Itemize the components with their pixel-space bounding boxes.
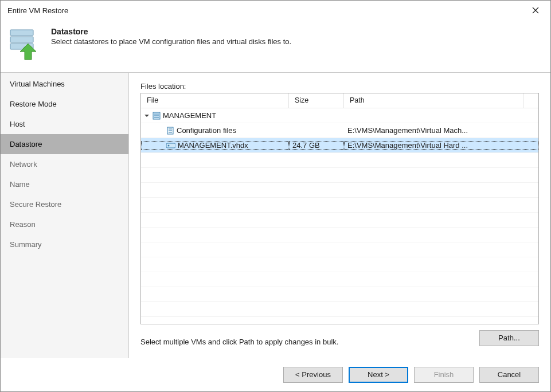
empty-row <box>141 302 538 317</box>
wizard-footer: < Previous Next > Finish Cancel <box>1 358 550 391</box>
step-restore-mode[interactable]: Restore Mode <box>1 94 128 114</box>
main-panel: Files location: File Size Path <box>129 73 550 358</box>
step-virtual-machines[interactable]: Virtual Machines <box>1 74 128 94</box>
finish-button: Finish <box>414 367 474 383</box>
svg-rect-13 <box>166 143 175 148</box>
wizard-window: Entire VM Restore Datastore Select datas… <box>0 0 551 392</box>
cell-file: MANAGEMENT <box>163 111 216 120</box>
column-header-file[interactable]: File <box>141 93 289 108</box>
step-secure-restore[interactable]: Secure Restore <box>1 194 128 214</box>
step-label: Network <box>10 160 37 168</box>
empty-row <box>141 228 538 242</box>
step-datastore[interactable]: Datastore <box>1 134 128 154</box>
empty-row <box>141 287 538 302</box>
wizard-steps: Virtual Machines Restore Mode Host Datas… <box>1 73 129 358</box>
svg-point-14 <box>168 144 170 146</box>
config-icon <box>166 127 174 135</box>
window-title: Entire VM Restore <box>7 6 68 15</box>
table-row[interactable]: MANAGEMENT <box>141 108 538 123</box>
datastore-restore-icon <box>7 29 43 61</box>
cell-size: 24.7 GB <box>289 141 344 150</box>
wizard-body: Virtual Machines Restore Mode Host Datas… <box>1 72 550 358</box>
close-button[interactable] <box>523 2 548 19</box>
table-row[interactable]: Configuration files E:\VMS\Management\Vi… <box>141 123 538 138</box>
grid-header: File Size Path <box>141 93 538 108</box>
expand-toggle[interactable] <box>143 112 150 119</box>
title-bar: Entire VM Restore <box>1 1 550 20</box>
close-icon <box>532 7 539 14</box>
empty-row <box>141 242 538 257</box>
step-label: Datastore <box>10 140 42 148</box>
empty-row <box>141 183 538 198</box>
step-label: Secure Restore <box>10 200 61 209</box>
empty-row <box>141 153 538 168</box>
cell-file: MANAGEMENT.vhdx <box>178 141 248 150</box>
chevron-down-icon <box>144 113 150 119</box>
step-label: Restore Mode <box>10 100 57 108</box>
page-subtitle: Select datastores to place VM configurat… <box>51 37 291 46</box>
cell-path: E:\VMS\Management\Virtual Mach... <box>344 126 538 135</box>
table-row[interactable]: MANAGEMENT.vhdx 24.7 GB E:\VMS\Managemen… <box>141 138 538 153</box>
next-button[interactable]: Next > <box>349 367 408 383</box>
empty-row <box>141 198 538 213</box>
cancel-button[interactable]: Cancel <box>479 367 539 383</box>
bulk-hint: Select multiple VMs and click Path to ap… <box>140 338 338 346</box>
step-label: Summary <box>10 240 42 249</box>
step-label: Reason <box>10 220 36 229</box>
empty-row <box>141 213 538 228</box>
step-label: Host <box>10 120 25 128</box>
column-header-path[interactable]: Path <box>344 93 523 108</box>
step-name[interactable]: Name <box>1 174 128 194</box>
cell-file: Configuration files <box>177 126 236 135</box>
empty-row <box>141 272 538 287</box>
svg-rect-2 <box>10 30 33 36</box>
wizard-header: Datastore Select datastores to place VM … <box>1 20 550 72</box>
files-grid[interactable]: File Size Path <box>140 93 539 324</box>
step-label: Name <box>10 180 30 189</box>
files-location-label: Files location: <box>140 82 539 91</box>
step-host[interactable]: Host <box>1 114 128 134</box>
page-title: Datastore <box>51 27 291 36</box>
svg-rect-3 <box>10 37 33 42</box>
vm-icon <box>153 112 161 120</box>
disk-icon <box>166 142 175 149</box>
column-header-spacer <box>523 93 538 108</box>
step-summary[interactable]: Summary <box>1 234 128 254</box>
step-reason[interactable]: Reason <box>1 214 128 234</box>
path-button[interactable]: Path... <box>479 330 539 346</box>
step-label: Virtual Machines <box>10 80 65 88</box>
column-header-size[interactable]: Size <box>289 93 344 108</box>
empty-row <box>141 168 538 183</box>
previous-button[interactable]: < Previous <box>283 367 343 383</box>
step-network[interactable]: Network <box>1 154 128 174</box>
cell-path: E:\VMS\Management\Virtual Hard ... <box>344 141 538 150</box>
empty-row <box>141 257 538 272</box>
